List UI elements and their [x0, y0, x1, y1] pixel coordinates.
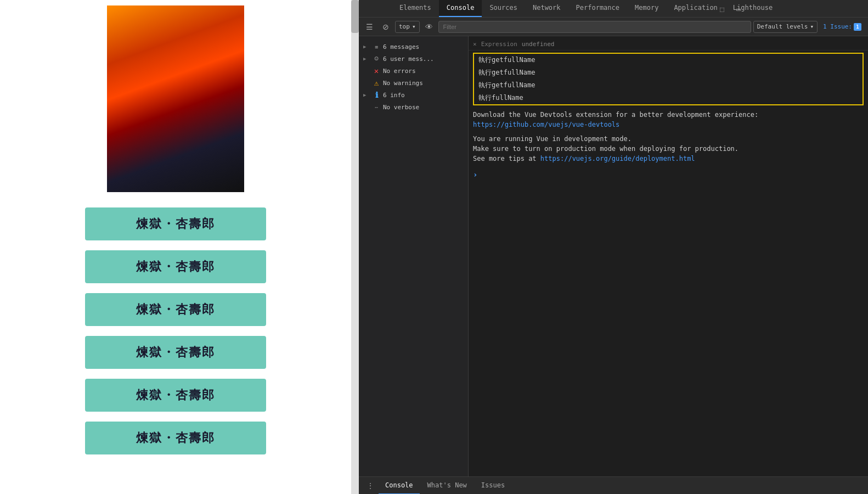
expression-close-button[interactable]: ×: [473, 41, 477, 48]
console-filter-input[interactable]: [438, 21, 751, 33]
tab-memory[interactable]: Memory: [627, 0, 666, 17]
issue-count-badge: 1: [854, 23, 861, 31]
name-button-4[interactable]: 煉獄・杏壽郎: [85, 336, 266, 369]
expression-label: Expression: [481, 41, 517, 48]
chevron-down-icon: ▾: [412, 23, 416, 30]
verbose-icon: ⋯: [372, 103, 381, 111]
default-levels-dropdown[interactable]: Default levels ▾: [753, 21, 818, 33]
scroll-thumb[interactable]: [351, 0, 359, 33]
console-line-3: 執行getfullName: [474, 79, 863, 92]
expand-icon: ▶: [363, 44, 370, 49]
levels-chevron-icon: ▾: [810, 23, 814, 30]
console-line-1: 執行getfullName: [474, 54, 863, 66]
expand-icon: ▶: [363, 92, 370, 98]
clear-console-button[interactable]: ⊘: [379, 20, 393, 34]
warning-icon: ⚠: [372, 78, 381, 87]
vue-devtools-link[interactable]: https://github.com/vuejs/vue-devtools: [473, 121, 619, 128]
name-button-3[interactable]: 煉獄・杏壽郎: [85, 293, 266, 326]
expression-value: undefined: [522, 41, 864, 48]
info-icon: ℹ: [372, 91, 381, 99]
device-icon[interactable]: ▭: [731, 1, 746, 16]
console-output[interactable]: × Expression undefined 執行getfullName 執行g…: [469, 36, 868, 476]
sidebar-item-errors[interactable]: ▶ ✕ No errors: [359, 65, 468, 77]
sidebar-item-messages[interactable]: ▶ ≡ 6 messages: [359, 41, 468, 53]
vue-deployment-link[interactable]: https://vuejs.org/guide/deployment.html: [540, 155, 695, 162]
devtools-bottom-bar: ⋮ Console What's New Issues: [359, 476, 868, 494]
console-prompt-input[interactable]: [480, 171, 864, 178]
tab-console[interactable]: Console: [439, 0, 482, 17]
error-icon: ✕: [372, 66, 381, 75]
console-sidebar: ▶ ≡ 6 messages ▶ ☺ 6 user mess... ▶ ✕ No…: [359, 36, 469, 476]
bottom-tab-issues[interactable]: Issues: [475, 477, 511, 495]
sidebar-item-user-messages[interactable]: ▶ ☺ 6 user mess...: [359, 53, 468, 65]
bottom-tab-console[interactable]: Console: [379, 477, 420, 495]
name-button-1[interactable]: 煉獄・杏壽郎: [85, 207, 266, 240]
user-icon: ☺: [372, 54, 381, 63]
left-panel: 煉獄・杏壽郎 煉獄・杏壽郎 煉獄・杏壽郎 煉獄・杏壽郎 煉獄・杏壽郎 煉獄・杏壽…: [0, 0, 351, 494]
sidebar-item-verbose[interactable]: ▶ ⋯ No verbose: [359, 101, 468, 113]
vue-devtools-info: Download the Vue Devtools extension for …: [469, 108, 868, 132]
console-toolbar: ☰ ⊘ top ▾ 👁 Default levels ▾ 1 Issue: 1: [359, 18, 868, 36]
scroll-track[interactable]: [351, 0, 359, 494]
devtools-panel: ⬚ ▭ Elements Console Sources Network Per…: [359, 0, 868, 494]
tab-sources[interactable]: Sources: [482, 0, 525, 17]
expand-icon: ▶: [363, 56, 370, 61]
highlighted-output-box: 執行getfullName 執行getfullName 執行getfullNam…: [473, 53, 864, 105]
devtools-tab-bar: ⬚ ▭ Elements Console Sources Network Per…: [359, 0, 868, 18]
console-line-4: 執行fullName: [474, 92, 863, 104]
bottom-menu-icon[interactable]: ⋮: [363, 479, 377, 493]
vue-mode-text: You are running Vue in development mode.…: [469, 132, 868, 166]
anime-image: [107, 5, 244, 192]
name-button-5[interactable]: 煉獄・杏壽郎: [85, 379, 266, 412]
name-button-6[interactable]: 煉獄・杏壽郎: [85, 422, 266, 454]
inspect-icon[interactable]: ⬚: [714, 1, 730, 16]
sidebar-item-info[interactable]: ▶ ℹ 6 info: [359, 89, 468, 101]
list-icon: ≡: [372, 42, 381, 51]
tab-network[interactable]: Network: [525, 0, 568, 17]
sidebar-item-warnings[interactable]: ▶ ⚠ No warnings: [359, 77, 468, 89]
issue-badge[interactable]: 1 Issue: 1: [820, 22, 865, 32]
context-dropdown[interactable]: top ▾: [395, 21, 420, 33]
name-button-2[interactable]: 煉獄・杏壽郎: [85, 250, 266, 283]
tab-performance[interactable]: Performance: [568, 0, 627, 17]
console-prompt: ›: [469, 168, 868, 181]
eye-filter-button[interactable]: 👁: [422, 20, 436, 34]
bottom-tab-whats-new[interactable]: What's New: [421, 477, 474, 495]
console-line-2: 執行getfullName: [474, 66, 863, 79]
tab-elements[interactable]: Elements: [392, 0, 439, 17]
expression-panel: × Expression undefined: [469, 38, 868, 50]
console-main: ▶ ≡ 6 messages ▶ ☺ 6 user mess... ▶ ✕ No…: [359, 36, 868, 476]
sidebar-toggle-button[interactable]: ☰: [362, 20, 376, 34]
prompt-arrow-icon: ›: [473, 170, 477, 179]
